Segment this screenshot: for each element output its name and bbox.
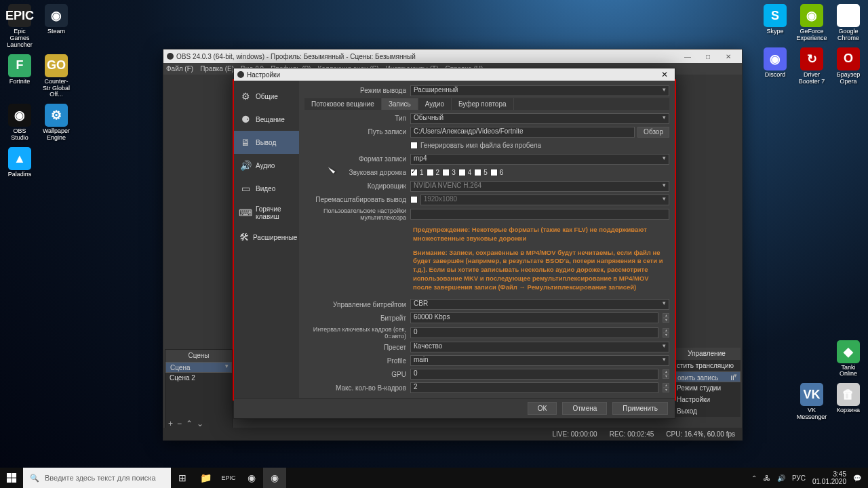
track-checkbox[interactable]: [474, 169, 481, 176]
taskbar-chrome[interactable]: ◉: [240, 468, 263, 488]
menu-item[interactable]: Правка (E): [200, 65, 234, 73]
desktop-icon[interactable]: ◉OBS Studio: [4, 104, 35, 142]
icon-label: Driver Booster 7: [796, 72, 827, 85]
settings-category[interactable]: ⚙Общие: [234, 85, 299, 108]
track-checkbox[interactable]: [427, 169, 434, 176]
rec-format-select[interactable]: mp4: [410, 154, 669, 165]
app-icon: ◉: [837, 4, 860, 27]
scene-remove-button[interactable]: −: [177, 419, 182, 428]
desktop-icon[interactable]: 🗑Корзина: [833, 383, 864, 421]
app-icon: ⚙: [45, 104, 68, 127]
browse-button[interactable]: Обзор: [637, 127, 669, 138]
maximize-button[interactable]: □: [698, 53, 718, 60]
output-tab[interactable]: Запись: [382, 98, 418, 110]
track-checkbox[interactable]: [410, 169, 418, 176]
gpu-input[interactable]: 0: [410, 369, 658, 380]
desktop-icon[interactable]: ⚙Wallpaper Engine: [41, 104, 72, 142]
rec-type-select[interactable]: Обычный: [410, 113, 669, 124]
desktop-icon[interactable]: OБраузер Opera: [833, 47, 864, 85]
taskbar-search[interactable]: 🔍 Введите здесь текст для поиска: [23, 468, 171, 488]
keyint-input[interactable]: 0: [410, 327, 658, 338]
tray-date[interactable]: 01.01.2020: [812, 478, 846, 485]
desktop-icon[interactable]: ◉Discord: [760, 47, 791, 85]
desktop-icon[interactable]: GOCounter-Str Global Off...: [41, 54, 72, 99]
task-view-button[interactable]: ⊞: [171, 468, 194, 488]
category-icon: 🛠: [239, 231, 249, 243]
search-placeholder: Введите здесь текст для поиска: [45, 474, 156, 482]
output-tab[interactable]: Буфер повтора: [452, 98, 514, 110]
svg-rect-3: [12, 478, 16, 483]
settings-category[interactable]: 🔊Аудио: [234, 154, 299, 177]
tray-notifications-icon[interactable]: 💬: [853, 474, 861, 482]
icon-label: Корзина: [837, 407, 860, 414]
profile-select[interactable]: main: [410, 355, 669, 366]
desktop-icon[interactable]: ◉Google Chrome: [833, 4, 864, 42]
control-button[interactable]: Настройки: [673, 394, 741, 405]
ok-button[interactable]: ОК: [528, 402, 557, 415]
output-tab[interactable]: Потоковое вещание: [304, 98, 382, 110]
taskbar-explorer[interactable]: 📁: [194, 468, 217, 488]
icon-label: Counter-Str Global Off...: [41, 79, 72, 99]
control-button[interactable]: Выход: [673, 405, 741, 417]
rate-control-select[interactable]: CBR: [410, 299, 669, 310]
scene-item[interactable]: Сцена: [165, 362, 232, 373]
control-button[interactable]: Режим студии: [673, 382, 741, 394]
desktop-icon[interactable]: ◉GeForce Experience: [796, 4, 827, 42]
category-icon: ⚈: [239, 113, 252, 125]
icon-label: Paladins: [8, 171, 32, 178]
track-checkbox[interactable]: [490, 169, 498, 176]
scene-add-button[interactable]: +: [168, 419, 173, 428]
scene-up-button[interactable]: ⌃: [186, 419, 193, 428]
track-checkbox[interactable]: [458, 169, 466, 176]
desktop-icon[interactable]: FFortnite: [4, 54, 35, 99]
desktop-icons-right: SSkype◉GeForce Experience◉Google Chrome◉…: [760, 4, 864, 421]
icon-label: GeForce Experience: [796, 28, 827, 42]
desktop-icon[interactable]: ▲Paladins: [4, 147, 35, 178]
desktop-icon[interactable]: SSkype: [760, 4, 791, 42]
close-button[interactable]: ✕: [718, 53, 738, 60]
scene-down-button[interactable]: ⌄: [197, 419, 203, 428]
encoder-select[interactable]: NVIDIA NVENC H.264: [410, 181, 669, 192]
bitrate-input[interactable]: 60000 Kbps: [410, 312, 658, 323]
start-button[interactable]: [0, 468, 23, 488]
settings-close-button[interactable]: ✕: [658, 70, 671, 79]
preset-select[interactable]: Качество: [410, 342, 669, 352]
settings-category[interactable]: 🖥Вывод: [234, 131, 299, 154]
tray-volume-icon[interactable]: 🔊: [777, 474, 785, 482]
tray-lang[interactable]: РУС: [792, 474, 806, 482]
menu-item[interactable]: Файл (F): [166, 65, 193, 73]
minimize-button[interactable]: —: [677, 53, 698, 60]
taskbar-obs[interactable]: ◉: [263, 468, 286, 488]
tray-time[interactable]: 3:45: [812, 470, 846, 478]
bframes-input[interactable]: 2: [410, 382, 658, 393]
settings-category[interactable]: ⚈Вещание: [234, 108, 299, 131]
icon-label: Tanki Online: [833, 365, 864, 378]
warning-2: Внимание: Записи, сохранённые в MP4/MOV …: [304, 246, 669, 295]
settings-category[interactable]: ⌨Горячие клавиш: [234, 200, 299, 226]
rescale-checkbox[interactable]: [410, 196, 418, 203]
no-space-checkbox[interactable]: [410, 142, 418, 149]
rec-path-input[interactable]: C:/Users/Александр/Videos/Fortnite: [410, 127, 635, 138]
desktop-icon[interactable]: EPICEpic Games Launcher: [4, 4, 35, 49]
control-button[interactable]: овить запись⏸: [673, 371, 741, 382]
settings-category[interactable]: ▭Видео: [234, 177, 299, 200]
mux-input[interactable]: [410, 209, 669, 220]
category-icon: ⚙: [239, 90, 252, 102]
tray-chevron-icon[interactable]: ⌃: [751, 474, 757, 482]
desktop-icon[interactable]: ↻Driver Booster 7: [796, 47, 827, 85]
track-checkbox[interactable]: [442, 169, 450, 176]
desktop-icon[interactable]: ◆Tanki Online: [833, 340, 864, 378]
output-mode-select[interactable]: Расширенный: [410, 85, 669, 96]
desktop-icon[interactable]: ◉Steam: [41, 4, 72, 49]
cancel-button[interactable]: Отмена: [562, 402, 607, 415]
rescale-select[interactable]: 1920x1080: [420, 195, 669, 205]
apply-button[interactable]: Применить: [612, 402, 668, 415]
desktop-icon[interactable]: VKVK Messenger: [796, 383, 827, 421]
output-tab[interactable]: Аудио: [418, 98, 452, 110]
scene-item[interactable]: Сцена 2: [165, 373, 232, 383]
settings-category[interactable]: 🛠Расширенные: [234, 226, 299, 249]
control-button[interactable]: стить трансляцию: [673, 360, 741, 371]
tray-network-icon[interactable]: 🖧: [764, 474, 770, 482]
taskbar-epic[interactable]: EPIC: [217, 468, 240, 488]
app-icon: GO: [45, 54, 68, 77]
